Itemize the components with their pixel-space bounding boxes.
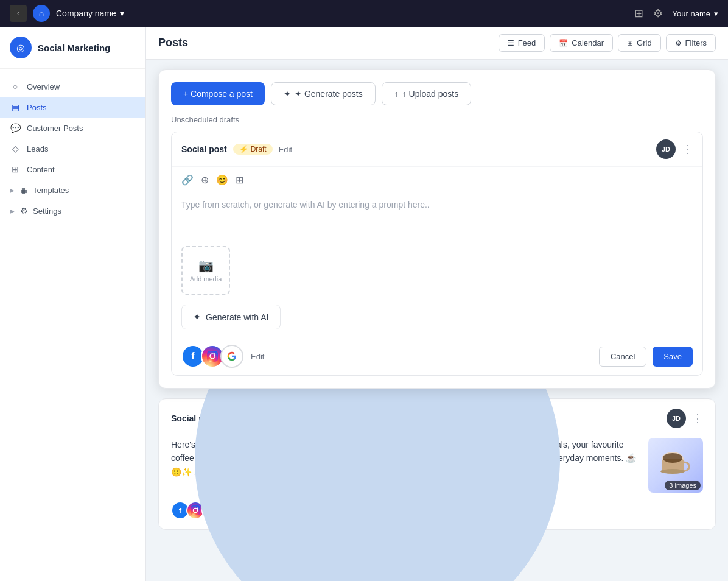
- apps-grid-icon[interactable]: ⊞: [634, 7, 643, 20]
- post-avatar: JD: [667, 409, 686, 428]
- post-image-thumbnail: 3 images: [648, 438, 703, 493]
- settings-icon: ⚙: [18, 205, 29, 216]
- upload-posts-button[interactable]: ↑ ↑ Upload posts: [382, 82, 472, 105]
- edit-link[interactable]: Edit: [279, 145, 292, 154]
- generate-ai-button[interactable]: ✦ Generate with AI: [181, 305, 281, 329]
- post-editor: 🔗 ⊕ 😊 ⊞ Type from scratch, or generate w…: [172, 167, 702, 337]
- compose-card: + Compose a post ✦ ✦ Generate posts ↑ ↑ …: [158, 69, 716, 389]
- link-icon[interactable]: 🔗: [181, 174, 194, 186]
- settings-gear-icon[interactable]: ⚙: [653, 7, 663, 20]
- feed-icon: ☰: [508, 39, 514, 48]
- upload-posts-icon: ↑: [394, 89, 399, 99]
- emoji-icon[interactable]: 😊: [216, 174, 228, 186]
- grid-view-icon: ⊞: [627, 39, 633, 48]
- header-actions: ☰ Feed 📅 Calendar ⊞ Grid ⚙ Filters: [499, 34, 716, 52]
- social-post-draft-card: Social post ⚡ Draft Edit JD ⋮: [171, 132, 703, 376]
- compose-post-button[interactable]: + Compose a post: [171, 82, 265, 105]
- social-icons-row: f: [172, 337, 702, 375]
- main-layout: ◎ Social Marketing ○ Overview ▤ Posts 💬 …: [0, 27, 728, 581]
- social-actions-right: Cancel Save: [599, 347, 693, 367]
- avatar: JD: [656, 139, 676, 159]
- sidebar-brand-name: Social Marketing: [38, 43, 110, 53]
- cancel-button[interactable]: Cancel: [599, 347, 646, 367]
- sidebar-item-posts[interactable]: ▤ Posts: [0, 97, 145, 118]
- post-card-right: JD ⋮: [667, 409, 703, 428]
- generate-posts-button[interactable]: ✦ ✦ Generate posts: [271, 82, 376, 105]
- topbar: ‹ ⌂ Company name ▾ ⊞ ⚙ Your name ▾: [0, 0, 728, 27]
- back-button[interactable]: ‹: [10, 5, 27, 22]
- templates-icon: ▦: [18, 185, 29, 195]
- add-media-label: Add media: [190, 275, 222, 283]
- rss-icon[interactable]: ⊕: [201, 174, 209, 186]
- content-icon: ⊞: [10, 164, 21, 175]
- sidebar-brand: ◎ Social Marketing: [0, 27, 145, 69]
- sidebar-item-overview[interactable]: ○ Overview: [0, 76, 145, 97]
- post-more-options-button[interactable]: ⋮: [692, 412, 703, 425]
- sidebar-group-templates[interactable]: ▶ ▦ Templates: [0, 180, 145, 200]
- overview-icon: ○: [10, 81, 21, 92]
- sidebar-item-customer-posts[interactable]: 💬 Customer Posts: [0, 118, 145, 138]
- layout-icon[interactable]: ⊞: [236, 174, 243, 186]
- post-header-right: JD ⋮: [656, 139, 693, 159]
- editor-toolbar: 🔗 ⊕ 😊 ⊞: [181, 174, 693, 192]
- unscheduled-label: Unscheduled drafts: [171, 115, 703, 124]
- sidebar-group-settings[interactable]: ▶ ⚙ Settings: [0, 200, 145, 221]
- user-menu[interactable]: Your name ▾: [673, 9, 718, 18]
- svg-point-5: [660, 469, 685, 474]
- svg-point-6: [663, 453, 682, 463]
- draft-icon: ⚡: [239, 145, 248, 153]
- posts-icon: ▤: [10, 102, 21, 113]
- social-post-header: Social post ⚡ Draft Edit JD ⋮: [172, 132, 702, 167]
- home-button[interactable]: ⌂: [33, 5, 50, 22]
- calendar-button[interactable]: 📅 Calendar: [550, 34, 613, 52]
- content-area: Posts ☰ Feed 📅 Calendar ⊞ Grid ⚙ Filters: [146, 27, 728, 581]
- page-title: Posts: [158, 37, 188, 49]
- ai-sparkle-icon: ✦: [193, 311, 201, 323]
- social-post-title: Social post: [181, 144, 227, 154]
- compose-actions: + Compose a post ✦ ✦ Generate posts ↑ ↑ …: [171, 82, 703, 105]
- posts-header: Posts ☰ Feed 📅 Calendar ⊞ Grid ⚙ Filters: [146, 27, 728, 60]
- grid-view-button[interactable]: ⊞ Grid: [618, 34, 661, 52]
- social-edit-link[interactable]: Edit: [251, 352, 264, 361]
- customer-posts-icon: 💬: [10, 122, 21, 133]
- add-media-box[interactable]: 📷 Add media: [181, 246, 230, 295]
- feed-button[interactable]: ☰ Feed: [499, 34, 545, 52]
- generate-posts-icon: ✦: [284, 89, 291, 99]
- svg-rect-7: [191, 505, 200, 515]
- leads-icon: ◇: [10, 143, 21, 154]
- settings-arrow-icon: ▶: [10, 208, 15, 214]
- svg-point-9: [197, 508, 198, 509]
- filters-button[interactable]: ⚙ Filters: [666, 34, 716, 52]
- save-button[interactable]: Save: [653, 347, 693, 367]
- main-content: + Compose a post ✦ ✦ Generate posts ↑ ↑ …: [146, 60, 728, 581]
- company-selector[interactable]: Company name ▾: [56, 9, 124, 18]
- camera-icon: 📷: [198, 258, 214, 273]
- sidebar: ◎ Social Marketing ○ Overview ▤ Posts 💬 …: [0, 27, 146, 581]
- more-options-button[interactable]: ⋮: [682, 143, 693, 156]
- sidebar-item-content[interactable]: ⊞ Content: [0, 159, 145, 180]
- draft-badge: ⚡ Draft: [233, 144, 273, 155]
- brand-icon: ◎: [10, 37, 32, 58]
- editor-placeholder[interactable]: Type from scratch, or generate with AI b…: [181, 200, 693, 236]
- google-icon: [220, 345, 243, 368]
- filters-icon: ⚙: [675, 39, 682, 48]
- sidebar-nav: ○ Overview ▤ Posts 💬 Customer Posts ◇ Le…: [0, 69, 145, 228]
- sidebar-item-leads[interactable]: ◇ Leads: [0, 138, 145, 159]
- svg-rect-0: [207, 351, 218, 362]
- templates-arrow-icon: ▶: [10, 187, 15, 194]
- image-count-badge: 3 images: [665, 481, 701, 490]
- calendar-icon: 📅: [559, 39, 568, 48]
- svg-point-2: [214, 353, 215, 354]
